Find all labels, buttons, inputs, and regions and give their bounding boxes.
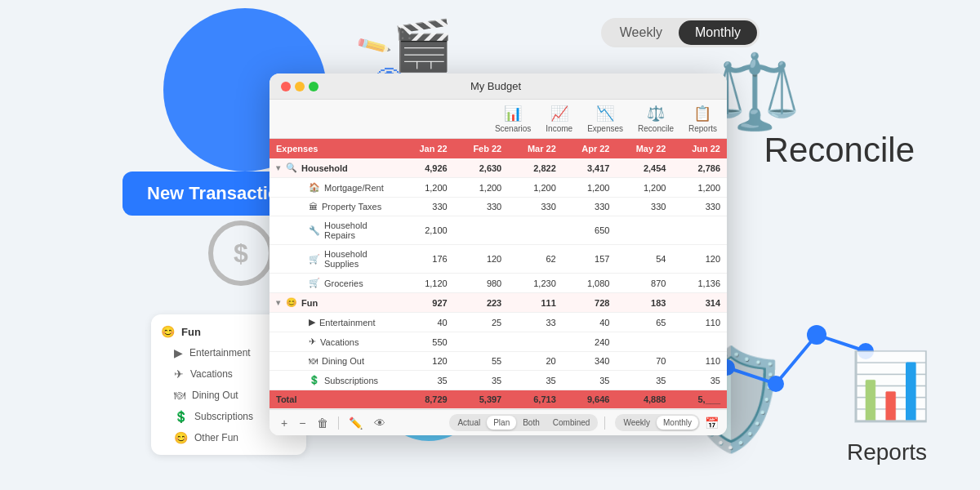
total-label: Total <box>270 390 400 409</box>
vacations-icon: ✈ <box>174 368 184 381</box>
window-title: My Budget <box>276 80 715 92</box>
col-jun22: Jun 22 <box>672 139 727 158</box>
entertainment-label: ▶ Entertainment <box>270 313 400 332</box>
budget-table: Expenses Jan 22 Feb 22 Mar 22 Apr 22 May… <box>270 139 727 409</box>
divider-2 <box>604 416 605 430</box>
dining-icon: 🍽 <box>174 389 185 402</box>
row-property-taxes[interactable]: 🏛 Property Taxes 330 330 330 330 330 330 <box>270 198 727 216</box>
title-bar: My Budget <box>270 74 727 100</box>
household-icon: 🔍 <box>286 163 297 173</box>
add-row-button[interactable]: + <box>278 415 291 431</box>
row-subscriptions[interactable]: 💲 Subscriptions 35 35 35 35 35 35 <box>270 371 727 390</box>
table-header-row: Expenses Jan 22 Feb 22 Mar 22 Apr 22 May… <box>270 139 727 158</box>
toolbar-expenses-label: Expenses <box>587 124 623 133</box>
fun-chevron: ▾ <box>276 298 280 307</box>
other-fun-icon: 😊 <box>174 431 188 444</box>
view-toggle: Actual Plan Both Combined <box>449 414 598 431</box>
toolbar-income-label: Income <box>546 124 572 133</box>
reports-icon: 📋 <box>693 105 711 122</box>
groceries-icon: 🛒 <box>292 278 320 288</box>
property-taxes-label: 🏛 Property Taxes <box>270 198 400 216</box>
col-apr22: Apr 22 <box>563 139 617 158</box>
col-mar22: Mar 22 <box>508 139 563 158</box>
period-toggle: Weekly Monthly <box>601 18 760 47</box>
col-feb22: Feb 22 <box>454 139 509 158</box>
bottom-bar: + − 🗑 ✏️ 👁 Actual Plan Both Combined Wee… <box>270 409 727 435</box>
fun-label: ▾ 😊 Fun <box>270 293 400 313</box>
view-button[interactable]: 👁 <box>371 415 389 431</box>
household-repairs-label: 🔧 Household Repairs <box>270 216 400 245</box>
row-total: Total 8,729 5,397 6,713 9,646 4,888 5,__… <box>270 390 727 409</box>
subscriptions-icon: 💲 <box>174 410 188 423</box>
bar-chart-icon: 📊 <box>849 348 931 425</box>
divider-1 <box>338 416 339 430</box>
dollar-icon: $ <box>208 220 274 286</box>
mortgage-label: 🏠 Mortgage/Rent <box>270 178 400 198</box>
row-dining-out[interactable]: 🍽 Dining Out 120 55 20 340 70 110 <box>270 352 727 371</box>
toolbar-expenses[interactable]: 📉 Expenses <box>587 105 623 133</box>
fun-icon-row: 😊 <box>286 297 297 308</box>
subscriptions-label: 💲 Subscriptions <box>270 371 400 390</box>
svg-point-3 <box>807 325 826 345</box>
row-household[interactable]: ▾ 🔍 Household 4,926 2,630 2,822 3,417 2,… <box>270 158 727 178</box>
toolbar-reports-label: Reports <box>688 124 717 133</box>
household-apr: 3,417 <box>563 158 617 178</box>
col-expenses: Expenses <box>270 139 400 158</box>
row-mortgage[interactable]: 🏠 Mortgage/Rent 1,200 1,200 1,200 1,200 … <box>270 178 727 198</box>
entertainment-icon-row: ▶ <box>292 317 315 327</box>
toolbar-scenarios[interactable]: 📊 Scenarios <box>495 105 531 133</box>
mortgage-icon: 🏠 <box>292 182 320 193</box>
monthly-toggle-btn[interactable]: Monthly <box>679 20 757 45</box>
subscriptions-icon-row: 💲 <box>292 375 320 385</box>
svg-point-2 <box>768 376 784 392</box>
toolbar-reports[interactable]: 📋 Reports <box>688 105 717 133</box>
edit-button[interactable]: ✏️ <box>345 415 366 431</box>
household-mar: 2,822 <box>508 158 563 178</box>
household-label: ▾ 🔍 Household <box>270 158 400 178</box>
reconcile-icon: ⚖️ <box>647 105 665 122</box>
budget-window: My Budget 📊 Scenarios 📈 Income 📉 Expense… <box>270 74 727 435</box>
view-plan-btn[interactable]: Plan <box>487 416 516 430</box>
collapse-button[interactable]: − <box>296 415 309 431</box>
household-jan: 4,926 <box>400 158 454 178</box>
row-fun[interactable]: ▾ 😊 Fun 927 223 111 728 183 314 <box>270 293 727 313</box>
household-feb: 2,630 <box>454 158 509 178</box>
property-icon: 🏛 <box>292 202 318 212</box>
vacations-icon-row: ✈ <box>292 336 316 347</box>
view-both-btn[interactable]: Both <box>516 416 546 430</box>
toolbar-reconcile[interactable]: ⚖️ Reconcile <box>638 105 674 133</box>
groceries-label: 🛒 Groceries <box>270 274 400 293</box>
col-may22: May 22 <box>616 139 672 158</box>
period-weekly-btn[interactable]: Weekly <box>617 416 657 430</box>
expenses-icon: 📉 <box>596 105 614 122</box>
toolbar-income[interactable]: 📈 Income <box>546 105 572 133</box>
period-toggle-bottom: Weekly Monthly <box>615 414 700 431</box>
pencil-icon: ✏️ <box>354 27 393 65</box>
dining-out-icon-row: 🍽 <box>292 356 318 366</box>
calendar-button[interactable]: 📅 <box>705 416 719 430</box>
row-entertainment[interactable]: ▶ Entertainment 40 25 33 40 65 110 <box>270 313 727 332</box>
view-actual-btn[interactable]: Actual <box>451 416 487 430</box>
toolbar-scenarios-label: Scenarios <box>495 124 531 133</box>
period-monthly-btn[interactable]: Monthly <box>657 416 698 430</box>
toolbar-reconcile-label: Reconcile <box>638 124 674 133</box>
toolbar: 📊 Scenarios 📈 Income 📉 Expenses ⚖️ Recon… <box>270 100 727 139</box>
row-vacations[interactable]: ✈ Vacations 550 240 <box>270 332 727 352</box>
col-jan22: Jan 22 <box>400 139 454 158</box>
row-household-repairs[interactable]: 🔧 Household Repairs 2,100 650 <box>270 216 727 245</box>
reconcile-bg-text: Reconcile <box>764 131 915 170</box>
household-chevron: ▾ <box>276 163 280 172</box>
vacations-label: ✈ Vacations <box>270 332 400 352</box>
household-jun: 2,786 <box>672 158 727 178</box>
view-combined-btn[interactable]: Combined <box>546 416 597 430</box>
row-groceries[interactable]: 🛒 Groceries 1,120 980 1,230 1,080 870 1,… <box>270 274 727 293</box>
scenarios-icon: 📊 <box>504 105 522 122</box>
household-supplies-label: 🛒 Household Supplies <box>270 245 400 274</box>
entertainment-icon: ▶ <box>174 346 183 359</box>
supplies-icon: 🛒 <box>292 254 320 265</box>
weekly-toggle-btn[interactable]: Weekly <box>604 20 679 45</box>
fun-icon: 😊 <box>161 325 175 338</box>
delete-button[interactable]: 🗑 <box>314 415 332 431</box>
row-household-supplies[interactable]: 🛒 Household Supplies 176 120 62 157 54 1… <box>270 245 727 274</box>
household-may: 2,454 <box>616 158 672 178</box>
